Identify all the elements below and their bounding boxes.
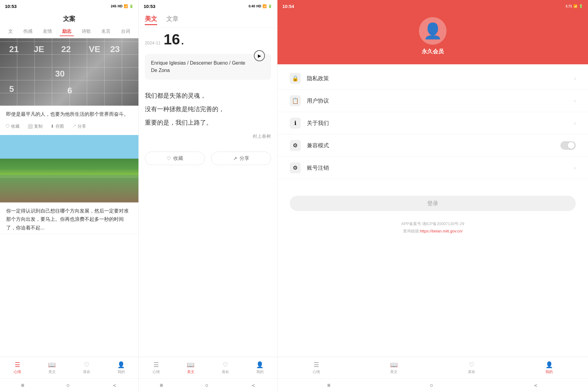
settings-list: 🔒 隐私政策 › 📋 用户协议 › ℹ 关于我们 › ⚙ 兼容模式 ⚙ 账号注销… (277, 64, 588, 190)
nav-xihuan-3[interactable]: ♡ 喜欢 (464, 359, 479, 376)
nav-meiwen-2[interactable]: 📖 美文 (183, 359, 198, 376)
privacy-arrow-icon: › (574, 75, 576, 82)
cancel-account-icon: ⚙ (290, 162, 301, 173)
tab-shanggan[interactable]: 伤感 (21, 27, 35, 36)
sys-menu-1[interactable]: ≡ (15, 380, 31, 391)
panel2-tabs: 美文 文章 (145, 15, 271, 28)
panel3-bottom-nav: ☰ 心情 📖 美文 ♡ 喜欢 👤 我的 (277, 357, 588, 378)
sys-back-2[interactable]: ＜ (244, 379, 262, 391)
share-arrow-icon: ↗ (233, 156, 237, 161)
quote-section: 我们都是失落的灵魂， 没有一种拯救是纯洁完善的， 重要的是，我们上路了。 村上春… (139, 83, 277, 149)
login-button[interactable]: 登录 (290, 196, 576, 211)
date-header: 2024-11 16 . (139, 28, 277, 51)
panel3-top: 10:54 3.71 📶 🔋 👤 永久会员 (277, 0, 588, 64)
sys-home-3[interactable]: ○ (424, 380, 439, 391)
xihuan-icon-1: ♡ (83, 361, 90, 368)
tab-meiwen-active[interactable]: 美文 (145, 15, 157, 25)
music-card: Enrique Iglesias / Descemer Bueno / Gent… (145, 54, 271, 80)
nav-wode-1[interactable]: 👤 我的 (114, 359, 129, 376)
member-title: 永久会员 (422, 48, 444, 55)
cancel-account-label: 账号注销 (307, 164, 574, 172)
nav-xinqing-1[interactable]: ☰ 心情 (10, 359, 25, 376)
sys-menu-2[interactable]: ≡ (154, 380, 169, 391)
p2-collect-btn[interactable]: ♡ 收藏 (145, 152, 205, 165)
sys-nav-3: ≡ ○ ＜ (277, 378, 588, 392)
tab-taici[interactable]: 台词 (119, 27, 133, 36)
sys-home-1[interactable]: ○ (60, 380, 76, 391)
nav-meiwen-3[interactable]: 📖 美文 (386, 359, 401, 376)
beian-line1: APP备案号:湘ICP备20007130号-29 (284, 220, 582, 227)
nav-wode-3[interactable]: 👤 我的 (542, 359, 556, 376)
beian-info: APP备案号:湘ICP备20007130号-29 查询链接:https://be… (277, 217, 588, 238)
xihuan-icon-2: ♡ (222, 361, 229, 368)
p2-share-btn[interactable]: ↗ 分享 (211, 152, 271, 165)
nav-wode-2[interactable]: 👤 我的 (253, 359, 267, 376)
settings-about[interactable]: ℹ 关于我们 › (277, 112, 588, 134)
compat-toggle[interactable] (560, 141, 576, 150)
status-icons-1: 245 HD 📶 🔋 (111, 4, 134, 8)
card2-image (0, 135, 138, 202)
sys-home-2[interactable]: ○ (199, 380, 215, 391)
card1-share[interactable]: ↗ 分享 (70, 123, 89, 130)
nav-xihuan-1[interactable]: ♡ 喜欢 (79, 359, 94, 376)
card1-image: 21 JE 22 VE 23 30 5 6 (0, 38, 138, 106)
nav-xinqing-label-1: 心情 (14, 369, 21, 375)
quote-line-3: 重要的是，我们上路了。 (145, 117, 271, 128)
nav-xinqing-label-2: 心情 (153, 369, 160, 375)
card1-copy[interactable]: ⬜ 复制 (25, 123, 45, 130)
tab-lizhi[interactable]: 励志 (60, 27, 74, 36)
about-label: 关于我们 (307, 119, 574, 127)
date-day: 16 (164, 31, 180, 47)
panel1-content: 21 JE 22 VE 23 30 5 6 即使是最平凡的人，也要为他所生活的那… (0, 38, 138, 357)
content-card-1: 21 JE 22 VE 23 30 5 6 即使是最平凡的人，也要为他所生活的那… (0, 38, 138, 135)
tab-wenzhang[interactable]: 文章 (166, 15, 179, 25)
user-avatar-icon: 👤 (423, 22, 442, 40)
panel1-tabs: 文 伤感 友情 励志 诗歌 名言 台词 (0, 25, 138, 38)
xinqing-icon-3: ☰ (313, 361, 320, 368)
settings-cancel-account[interactable]: ⚙ 账号注销 › (277, 157, 588, 179)
wode-icon-3: 👤 (545, 361, 553, 368)
agreement-icon: 📋 (290, 95, 301, 106)
settings-agreement[interactable]: 📋 用户协议 › (277, 90, 588, 112)
tab-shige[interactable]: 诗歌 (79, 27, 93, 36)
music-title: Enrique Iglesias / Descemer Bueno / Gent… (151, 59, 248, 74)
xinqing-icon-2: ☰ (153, 361, 160, 368)
card2-text: 你一定得认识到自己想往哪个方向发展，然后一定要对准那个方向出发，要马上。你再也浪… (0, 202, 138, 234)
beian-link[interactable]: https://beian.miit.gov.cn/ (420, 229, 462, 233)
sys-menu-3[interactable]: ≡ (321, 380, 337, 391)
nav-wode-label-3: 我的 (545, 369, 553, 375)
nav-meiwen-label-2: 美文 (187, 369, 194, 375)
card1-collect[interactable]: ♡ 收藏 (3, 123, 22, 130)
panel-wode: 10:54 3.71 📶 🔋 👤 永久会员 🔒 隐私政策 › 📋 用户协议 › (277, 0, 588, 392)
music-play-button[interactable]: ▶ (254, 50, 265, 61)
status-icons-3: 3.71 📶 🔋 (566, 4, 583, 8)
settings-privacy[interactable]: 🔒 隐私政策 › (277, 67, 588, 90)
nav-xinqing-3[interactable]: ☰ 心情 (309, 359, 324, 376)
tab-wen[interactable]: 文 (6, 27, 15, 36)
tab-youqing[interactable]: 友情 (40, 27, 55, 36)
quote-author: 村上春树 (145, 130, 271, 145)
settings-compat[interactable]: ⚙ 兼容模式 (277, 134, 588, 157)
tab-mingyan[interactable]: 名言 (99, 27, 113, 36)
nav-wode-label-2: 我的 (256, 369, 264, 375)
panel1-header: 文案 文 伤感 友情 励志 诗歌 名言 台词 (0, 12, 138, 38)
agreement-label: 用户协议 (307, 97, 574, 104)
compat-label: 兼容模式 (307, 142, 560, 149)
nav-xihuan-2[interactable]: ♡ 喜欢 (218, 359, 233, 376)
sys-back-3[interactable]: ＜ (527, 379, 545, 391)
nav-meiwen-label-3: 美文 (390, 369, 398, 375)
nav-wode-label-1: 我的 (118, 369, 125, 375)
sys-nav-1: ≡ ○ ＜ (0, 378, 138, 392)
panel3-spacer (277, 238, 588, 357)
compat-icon: ⚙ (290, 140, 301, 151)
nav-xinqing-2[interactable]: ☰ 心情 (149, 359, 164, 376)
nav-meiwen-1[interactable]: 📖 美文 (45, 359, 59, 376)
card1-save[interactable]: ⬇ 存图 (48, 123, 66, 130)
sys-nav-2: ≡ ○ ＜ (139, 378, 277, 392)
nav-xihuan-label-1: 喜欢 (83, 369, 90, 375)
status-bar-3: 10:54 3.71 📶 🔋 (277, 0, 588, 12)
sys-back-1[interactable]: ＜ (106, 379, 123, 391)
xinqing-icon-1: ☰ (14, 361, 21, 368)
panel2-spacer (139, 171, 277, 357)
date-prefix: 2024-11 (145, 40, 160, 45)
